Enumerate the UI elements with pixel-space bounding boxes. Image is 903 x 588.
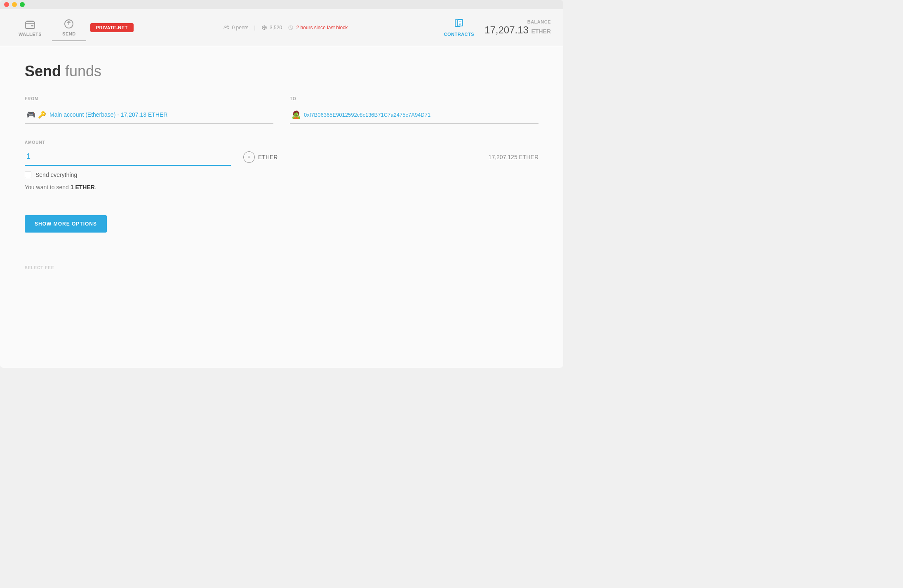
to-avatar-icon: 🧟 [292, 110, 301, 119]
svg-point-3 [225, 26, 226, 28]
to-label: TO [290, 96, 539, 101]
to-field[interactable]: 🧟 0xf7B06365E9012592c8c136B71C7a2475c7A9… [290, 106, 539, 124]
nav-contracts[interactable]: CONTRACTS [434, 14, 485, 41]
amount-section: AMOUNT ≡ ETHER 17,207.125 ETHER Send eve… [25, 140, 539, 191]
send-everything-checkbox[interactable] [25, 172, 31, 178]
key-icon: 🔑 [38, 111, 46, 119]
balance-currency: ETHER [531, 28, 551, 35]
blocks-count: 3,520 [261, 25, 282, 31]
minimize-button[interactable] [12, 2, 17, 7]
ether-selector[interactable]: ≡ ETHER [243, 151, 277, 163]
page-title: Send funds [25, 63, 539, 80]
nav-send[interactable]: SEND [52, 14, 86, 41]
wallets-label: WALLETS [19, 32, 42, 37]
from-avatar: 🎮 🔑 [26, 110, 46, 119]
select-fee-label: SELECT FEE [25, 266, 539, 270]
from-group: FROM 🎮 🔑 Main account (Etherbase) - 17,2… [25, 96, 273, 124]
to-value: 0xf7B06365E9012592c8c136B71C7a2475c7A94D… [304, 112, 430, 118]
from-to-section: FROM 🎮 🔑 Main account (Etherbase) - 17,2… [25, 96, 539, 124]
send-everything-row: Send everything [25, 172, 539, 178]
amount-input-wrapper [25, 148, 231, 166]
svg-point-4 [227, 26, 228, 27]
from-field[interactable]: 🎮 🔑 Main account (Etherbase) - 17,207.13… [25, 106, 273, 124]
network-info: 0 peers | 3,520 2 hours since last block [138, 25, 434, 31]
last-block: 2 hours since last block [288, 25, 348, 31]
navbar: WALLETS SEND PRIVATE-NET 0 peers | [0, 9, 563, 46]
balance-value: 17,207.13 ETHER [484, 24, 551, 36]
ether-icon: ≡ [243, 151, 255, 163]
to-group: TO 🧟 0xf7B06365E9012592c8c136B71C7a2475c… [290, 96, 539, 124]
currency-label: ETHER [258, 154, 277, 160]
show-more-button[interactable]: SHOW MORE OPTIONS [25, 215, 107, 233]
main-content: Send funds FROM 🎮 🔑 Main account (Etherb… [0, 46, 563, 368]
titlebar [0, 0, 563, 9]
summary-text: You want to send 1 ETHER. [25, 184, 539, 191]
available-balance: 17,207.125 ETHER [489, 154, 539, 160]
balance-label: BALANCE [527, 19, 551, 24]
close-button[interactable] [4, 2, 9, 7]
maximize-button[interactable] [20, 2, 25, 7]
send-icon [63, 18, 75, 30]
svg-rect-1 [31, 25, 33, 26]
separator: | [254, 25, 256, 31]
send-everything-label: Send everything [35, 172, 77, 178]
network-badge: PRIVATE-NET [90, 23, 134, 32]
send-label: SEND [62, 31, 76, 36]
from-label: FROM [25, 96, 273, 101]
amount-label: AMOUNT [25, 140, 539, 145]
contracts-label: CONTRACTS [444, 32, 475, 37]
wallets-icon [24, 19, 36, 30]
amount-input[interactable] [25, 148, 231, 166]
svg-rect-7 [458, 19, 463, 26]
contracts-icon [453, 19, 465, 30]
from-avatar-icon: 🎮 [26, 110, 35, 119]
nav-wallets[interactable]: WALLETS [8, 14, 52, 41]
peers-count: 0 peers [223, 25, 248, 31]
balance-section: BALANCE 17,207.13 ETHER [484, 19, 555, 36]
from-value: Main account (Etherbase) - 17,207.13 ETH… [49, 111, 167, 118]
amount-row: ≡ ETHER 17,207.125 ETHER [25, 148, 539, 166]
